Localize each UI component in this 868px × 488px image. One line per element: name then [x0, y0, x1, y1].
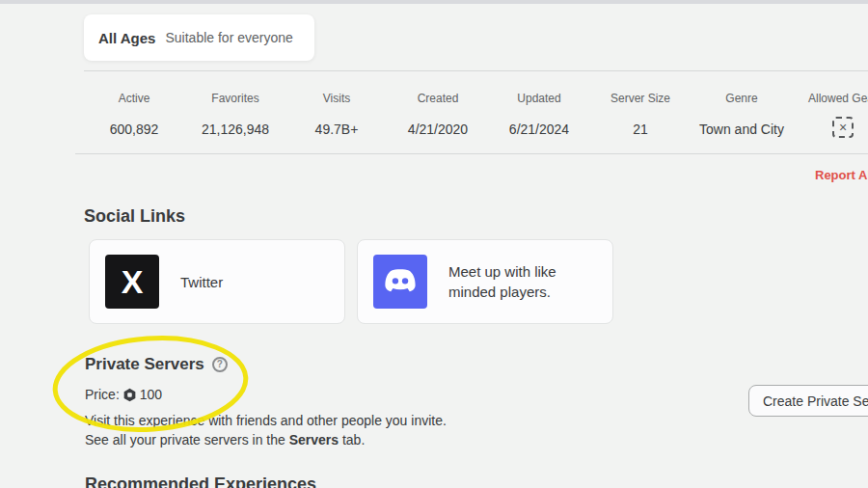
- stat-label: Active: [76, 92, 192, 105]
- price-value: 100: [140, 387, 162, 402]
- social-links-heading: Social Links: [84, 206, 185, 227]
- stat-label: Updated: [481, 92, 597, 105]
- stat-favorites: Favorites 21,126,948: [177, 92, 293, 137]
- report-abuse-link[interactable]: Report Abuse: [815, 168, 868, 182]
- private-servers-description: Visit this experience with friends and o…: [85, 413, 447, 428]
- discord-icon: [373, 255, 427, 309]
- stat-label: Visits: [279, 92, 394, 105]
- x-twitter-icon: X: [105, 255, 159, 309]
- age-rating-description: Suitable for everyone: [165, 30, 292, 45]
- stat-label: Favorites: [177, 92, 293, 105]
- stat-created: Created 4/21/2020: [380, 92, 496, 137]
- stat-label: Server Size: [583, 92, 698, 105]
- stat-label: Created: [380, 92, 496, 105]
- divider-top: [84, 70, 868, 71]
- recommended-experiences-heading: Recommended Experiences: [85, 474, 316, 488]
- stat-genre: Genre Town and City: [684, 92, 800, 137]
- stat-value: Town and City: [684, 122, 800, 137]
- window-top-edge: [0, 0, 868, 4]
- discord-link-label: Meet up with like minded players.: [448, 261, 597, 302]
- desc2-prefix: See all your private servers in the: [85, 432, 289, 447]
- private-servers-heading: Private Servers: [85, 355, 204, 374]
- help-icon[interactable]: ?: [212, 357, 228, 372]
- stat-value: 6/21/2024: [481, 122, 597, 137]
- stat-value: 600,892: [76, 122, 192, 137]
- servers-tab-mention: Servers: [289, 432, 339, 447]
- stat-visits: Visits 49.7B+: [279, 92, 394, 137]
- stat-value: 21: [583, 122, 698, 137]
- stat-value: 21,126,948: [177, 122, 293, 137]
- stat-updated: Updated 6/21/2024: [481, 92, 597, 137]
- discord-link-card[interactable]: Meet up with like minded players.: [357, 239, 613, 324]
- robux-icon: [122, 388, 137, 402]
- age-rating-badge[interactable]: All Ages Suitable for everyone: [84, 14, 314, 61]
- desc2-suffix: tab.: [339, 432, 365, 447]
- create-private-server-button[interactable]: Create Private Server: [748, 385, 868, 417]
- age-rating-label: All Ages: [98, 30, 155, 46]
- no-gear-allowed-icon: ×: [832, 117, 854, 138]
- private-servers-description-2: See all your private servers in the Serv…: [85, 432, 365, 447]
- price-label: Price:: [85, 387, 120, 402]
- private-server-price: Price: 100: [85, 387, 162, 402]
- page: All Ages Suitable for everyone Active 60…: [0, 0, 868, 488]
- stat-allowed-gear: Allowed Gear ×: [785, 92, 868, 138]
- divider-stats-bottom: [75, 153, 868, 154]
- stat-value: 49.7B+: [279, 122, 394, 137]
- stat-server-size: Server Size 21: [583, 92, 698, 137]
- stat-label: Genre: [684, 92, 800, 105]
- stat-active: Active 600,892: [76, 92, 192, 137]
- twitter-link-label: Twitter: [180, 272, 223, 292]
- stat-value: 4/21/2020: [380, 122, 496, 137]
- twitter-link-card[interactable]: X Twitter: [89, 239, 345, 324]
- stat-label: Allowed Gear: [785, 92, 868, 105]
